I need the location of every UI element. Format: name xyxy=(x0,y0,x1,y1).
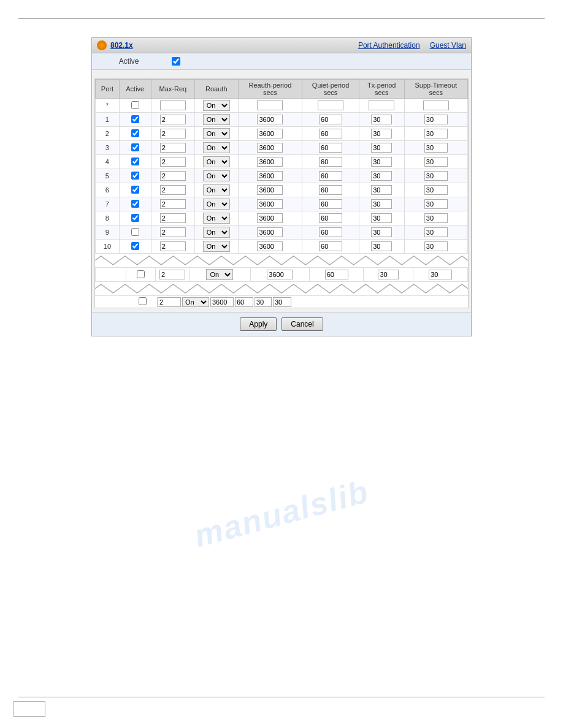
checkbox-3[interactable] xyxy=(131,143,139,151)
panel-title[interactable]: 802.1x xyxy=(110,41,133,50)
input-supp-8[interactable] xyxy=(424,213,448,223)
input-quiet-2[interactable] xyxy=(319,129,342,138)
input-supp-5[interactable] xyxy=(424,171,448,181)
select-roauth-trunc[interactable]: On Off xyxy=(206,269,233,280)
input-quiet-5[interactable] xyxy=(319,171,342,181)
input-maxreq-7[interactable] xyxy=(160,199,186,209)
cancel-button[interactable]: Cancel xyxy=(282,317,323,331)
input-quiet-10[interactable] xyxy=(319,241,342,251)
input-tx-2[interactable] xyxy=(371,129,392,138)
input-tx-8[interactable] xyxy=(371,213,392,223)
select-roauth-8[interactable]: On Off xyxy=(203,213,230,224)
select-roauth-star[interactable]: On Off xyxy=(203,100,230,111)
last-input-reauth[interactable] xyxy=(210,297,234,307)
input-quiet-trunc[interactable] xyxy=(325,270,348,279)
input-tx-3[interactable] xyxy=(371,143,392,153)
port-auth-link[interactable]: Port Authentication xyxy=(358,41,420,50)
input-tx-6[interactable] xyxy=(371,185,392,195)
input-maxreq-10[interactable] xyxy=(160,241,186,251)
checkbox-1[interactable] xyxy=(131,115,139,123)
input-maxreq-4[interactable] xyxy=(160,157,186,167)
input-tx-5[interactable] xyxy=(371,171,392,181)
input-supp-2[interactable] xyxy=(424,129,448,138)
cell-supp-trunc xyxy=(413,268,468,282)
input-reauth-7[interactable] xyxy=(257,199,283,209)
checkbox-6[interactable] xyxy=(131,186,139,194)
input-tx-10[interactable] xyxy=(371,241,392,251)
select-roauth-1[interactable]: On Off xyxy=(203,114,230,125)
input-tx-7[interactable] xyxy=(371,199,392,209)
input-maxreq-6[interactable] xyxy=(160,185,186,195)
input-quiet-9[interactable] xyxy=(319,227,342,237)
input-maxreq-3[interactable] xyxy=(160,143,186,153)
input-quiet-4[interactable] xyxy=(319,157,342,167)
input-reauth-9[interactable] xyxy=(257,227,283,237)
input-tx-trunc[interactable] xyxy=(378,270,399,279)
input-maxreq-5[interactable] xyxy=(160,171,186,181)
input-reauth-1[interactable] xyxy=(257,115,283,124)
last-input-quiet[interactable] xyxy=(235,297,253,307)
spacer xyxy=(92,70,471,75)
input-tx-9[interactable] xyxy=(371,227,392,237)
input-maxreq-9[interactable] xyxy=(160,227,186,237)
input-tx-1[interactable] xyxy=(371,115,392,124)
input-supp-9[interactable] xyxy=(424,227,448,237)
input-quiet-8[interactable] xyxy=(319,213,342,223)
guest-vlan-link[interactable]: Guest Vlan xyxy=(430,41,466,50)
table-row-4: 4 On Off xyxy=(96,155,468,169)
checkbox-7[interactable] xyxy=(131,200,139,208)
active-checkbox[interactable] xyxy=(172,57,180,66)
checkbox-8[interactable] xyxy=(131,214,139,222)
checkbox-trunc[interactable] xyxy=(137,270,145,278)
input-reauth-10[interactable] xyxy=(257,241,283,251)
input-reauth-star[interactable] xyxy=(257,100,283,110)
input-supp-trunc[interactable] xyxy=(429,270,452,279)
input-maxreq-trunc[interactable] xyxy=(159,270,185,279)
checkbox-2[interactable] xyxy=(131,129,139,137)
select-roauth-3[interactable]: On Off xyxy=(203,142,230,153)
input-reauth-4[interactable] xyxy=(257,157,283,167)
input-supp-4[interactable] xyxy=(424,157,448,167)
input-tx-star[interactable] xyxy=(369,100,394,110)
input-supp-3[interactable] xyxy=(424,143,448,153)
last-input-supp[interactable] xyxy=(273,297,291,307)
checkbox-9[interactable] xyxy=(131,228,139,236)
last-input-maxreq[interactable] xyxy=(158,297,181,307)
select-roauth-7[interactable]: On Off xyxy=(203,199,230,210)
checkbox-10[interactable] xyxy=(131,242,139,250)
select-roauth-9[interactable]: On Off xyxy=(203,227,230,238)
input-supp-7[interactable] xyxy=(424,199,448,209)
input-reauth-3[interactable] xyxy=(257,143,283,153)
last-input-tx[interactable] xyxy=(255,297,272,307)
input-maxreq-1[interactable] xyxy=(160,115,186,124)
input-quiet-1[interactable] xyxy=(319,115,342,124)
input-tx-4[interactable] xyxy=(371,157,392,167)
checkbox-star[interactable] xyxy=(131,101,139,109)
input-quiet-7[interactable] xyxy=(319,199,342,209)
input-quiet-3[interactable] xyxy=(319,143,342,153)
apply-button[interactable]: Apply xyxy=(240,317,277,331)
input-quiet-star[interactable] xyxy=(318,100,343,110)
select-roauth-10[interactable]: On Off xyxy=(203,241,230,252)
checkbox-4[interactable] xyxy=(131,157,139,165)
input-supp-10[interactable] xyxy=(424,241,448,251)
select-roauth-4[interactable]: On Off xyxy=(203,156,230,167)
input-reauth-8[interactable] xyxy=(257,213,283,223)
input-quiet-6[interactable] xyxy=(319,185,342,195)
select-roauth-2[interactable]: On Off xyxy=(203,128,230,139)
input-reauth-2[interactable] xyxy=(257,129,283,138)
input-reauth-5[interactable] xyxy=(257,171,283,181)
input-supp-6[interactable] xyxy=(424,185,448,195)
input-supp-star[interactable] xyxy=(423,100,449,110)
input-supp-1[interactable] xyxy=(424,115,448,124)
input-maxreq-2[interactable] xyxy=(160,129,186,138)
select-roauth-6[interactable]: On Off xyxy=(203,184,230,195)
input-reauth-trunc[interactable] xyxy=(267,270,293,279)
checkbox-5[interactable] xyxy=(131,172,139,180)
select-roauth-5[interactable]: On Off xyxy=(203,170,230,181)
input-maxreq-8[interactable] xyxy=(160,213,186,223)
last-select-roauth[interactable]: On xyxy=(182,297,209,307)
input-reauth-6[interactable] xyxy=(257,185,283,195)
input-maxreq-star[interactable] xyxy=(160,100,186,110)
last-checkbox[interactable] xyxy=(139,297,147,305)
